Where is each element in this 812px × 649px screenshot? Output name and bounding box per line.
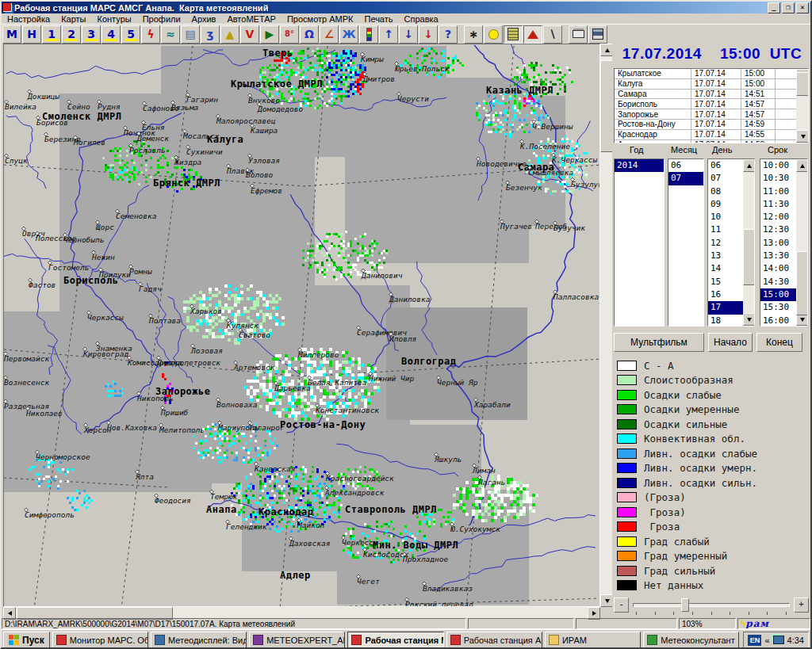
- list-item-day[interactable]: 07: [708, 172, 743, 185]
- map-horizontal-scrollbar[interactable]: [3, 607, 600, 618]
- listbox-scrollbar-time[interactable]: [796, 159, 807, 326]
- scroll-thumb[interactable]: [796, 251, 808, 316]
- table-row[interactable]: Анапа17.07.1414:58: [615, 140, 808, 143]
- task-button-3[interactable]: Рабочая станция М...: [347, 632, 443, 649]
- list-item-day[interactable]: 12: [708, 237, 743, 250]
- angle-button[interactable]: ∠: [320, 25, 339, 44]
- table-row[interactable]: Калуга17.07.1415:00: [615, 79, 808, 90]
- arrow-down-button[interactable]: ↓: [399, 25, 418, 44]
- map-m-button[interactable]: М: [2, 25, 21, 44]
- table-row[interactable]: Борисполь17.07.1414:57: [615, 99, 808, 109]
- list-item-time[interactable]: 13:00: [760, 237, 796, 250]
- menu-item-5[interactable]: АвтоМЕТАР: [221, 14, 282, 24]
- map-n-button[interactable]: Н: [22, 25, 41, 44]
- table-row[interactable]: Крылатское17.07.1415:00: [615, 69, 808, 79]
- menu-item-7[interactable]: Печать: [358, 14, 398, 24]
- list-item-day[interactable]: 14: [708, 262, 743, 275]
- scroll-arrow-down[interactable]: [743, 313, 755, 326]
- asterisk-button[interactable]: ∗: [464, 25, 483, 44]
- layer-3-button[interactable]: 3: [82, 25, 101, 44]
- cloud-mound-button[interactable]: ▲: [220, 25, 239, 44]
- list-item-month[interactable]: 06: [668, 159, 703, 172]
- arrow-up-button[interactable]: ↑: [379, 25, 398, 44]
- station-table-scrollbar[interactable]: [796, 69, 808, 143]
- start-button[interactable]: Начало: [708, 333, 753, 352]
- table-row[interactable]: Ростов-на-Дону17.07.1414:59: [615, 120, 808, 130]
- multifilm-button[interactable]: Мультфильм: [614, 333, 704, 352]
- list-item-day[interactable]: 15: [708, 276, 743, 288]
- task-button-6[interactable]: Метеоконсультант: [643, 632, 739, 649]
- list-item-time[interactable]: 15:30: [760, 301, 796, 314]
- list-item-time[interactable]: 10:00: [760, 159, 796, 172]
- snowflake-button[interactable]: Ж: [339, 25, 358, 44]
- thermometer-button[interactable]: 8°: [280, 25, 299, 44]
- table-row[interactable]: Самара17.07.1414:51: [615, 90, 808, 100]
- list-item-day[interactable]: 06: [708, 159, 743, 172]
- bell-button[interactable]: Ω: [300, 25, 319, 44]
- list-item-time[interactable]: 11:30: [760, 198, 796, 211]
- radar-mound-button[interactable]: [523, 25, 542, 44]
- lightning-button[interactable]: ϟ: [141, 25, 160, 44]
- layer-1-button[interactable]: 1: [42, 25, 61, 44]
- menu-item-8[interactable]: Справка: [399, 14, 444, 24]
- list-item-day[interactable]: 10: [708, 211, 743, 223]
- cabinet-button[interactable]: [504, 25, 523, 44]
- list-item-time[interactable]: 12:30: [760, 223, 796, 236]
- table-row[interactable]: Запорожье17.07.1414:57: [615, 109, 808, 120]
- menu-item-3[interactable]: Профили: [137, 14, 186, 24]
- table-row[interactable]: Краснодар17.07.1414:55: [615, 130, 808, 140]
- list-item-day[interactable]: 18: [708, 315, 743, 326]
- listbox-scrollbar-day[interactable]: [743, 159, 754, 326]
- sun-circle-button[interactable]: [484, 25, 503, 44]
- layer-2-button[interactable]: 2: [62, 25, 81, 44]
- list-item-day[interactable]: 16: [708, 288, 743, 301]
- listbox-year[interactable]: 2014: [614, 158, 665, 326]
- task-button-0[interactable]: Монитор МАРС. Объе...: [52, 632, 148, 649]
- task-button-2[interactable]: METEOEXPERT_АМСГ А...: [249, 632, 345, 649]
- layer-4-button[interactable]: 4: [102, 25, 121, 44]
- task-button-5[interactable]: ИРАМ: [545, 632, 641, 649]
- list-item-time[interactable]: 13:30: [760, 250, 796, 262]
- list-item-day[interactable]: 09: [708, 198, 743, 211]
- start-button[interactable]: Пуск: [3, 632, 50, 649]
- list-item-time[interactable]: 16:00: [760, 315, 796, 326]
- menu-item-4[interactable]: Архив: [186, 14, 222, 24]
- save-button[interactable]: [588, 25, 607, 44]
- arrow-down-red-button[interactable]: ↓: [419, 25, 438, 44]
- slider-thumb[interactable]: [681, 598, 689, 612]
- listbox-time[interactable]: 10:0010:3011:0011:3012:0012:3013:0013:30…: [760, 158, 808, 326]
- weather-map[interactable]: ТверьКрылатское ДМРЛКазань ДМРЛСмоленск …: [3, 44, 600, 607]
- language-indicator[interactable]: EN: [748, 635, 761, 646]
- slider-track[interactable]: [633, 603, 790, 607]
- tray-chevron[interactable]: «: [764, 636, 769, 645]
- station-table[interactable]: Крылатское17.07.1415:00Калуга17.07.1415:…: [614, 68, 809, 143]
- zoom-slider[interactable]: - +: [614, 596, 809, 617]
- isolines-button[interactable]: ≈: [161, 25, 180, 44]
- task-button-4[interactable]: Рабочая станция АМР...: [446, 632, 542, 649]
- line-tool-button[interactable]: ∖: [543, 25, 562, 44]
- menu-item-1[interactable]: Карты: [56, 14, 91, 24]
- close-button[interactable]: ✕: [796, 2, 809, 13]
- help-button[interactable]: ?: [439, 25, 458, 44]
- zoom-out-button[interactable]: -: [614, 597, 629, 613]
- list-item-time[interactable]: 11:00: [760, 185, 796, 198]
- scroll-thumb[interactable]: [796, 72, 809, 96]
- list-item-day[interactable]: 13: [708, 250, 743, 262]
- database-button[interactable]: ▤: [181, 25, 200, 44]
- listbox-day[interactable]: 06070809101112131415161718: [707, 158, 755, 326]
- list-item-day[interactable]: 08: [708, 185, 743, 198]
- list-item-year[interactable]: 2014: [615, 159, 664, 172]
- network-icon[interactable]: [773, 636, 784, 644]
- list-item-time[interactable]: 15:00: [760, 288, 796, 301]
- print-button[interactable]: [569, 25, 588, 44]
- check-v-button[interactable]: V: [240, 25, 259, 44]
- list-item-time[interactable]: 14:30: [760, 276, 796, 288]
- layer-5-button[interactable]: 5: [121, 25, 140, 44]
- menu-item-0[interactable]: Настройка: [2, 14, 56, 24]
- task-button-1[interactable]: Метеодисплей: Вид 17...: [151, 632, 247, 649]
- list-item-day[interactable]: 17: [708, 301, 743, 314]
- menu-item-2[interactable]: Контуры: [92, 14, 137, 24]
- scroll-arrow-up[interactable]: [743, 159, 755, 172]
- list-item-time[interactable]: 14:00: [760, 262, 796, 275]
- minimize-button[interactable]: _: [768, 2, 780, 13]
